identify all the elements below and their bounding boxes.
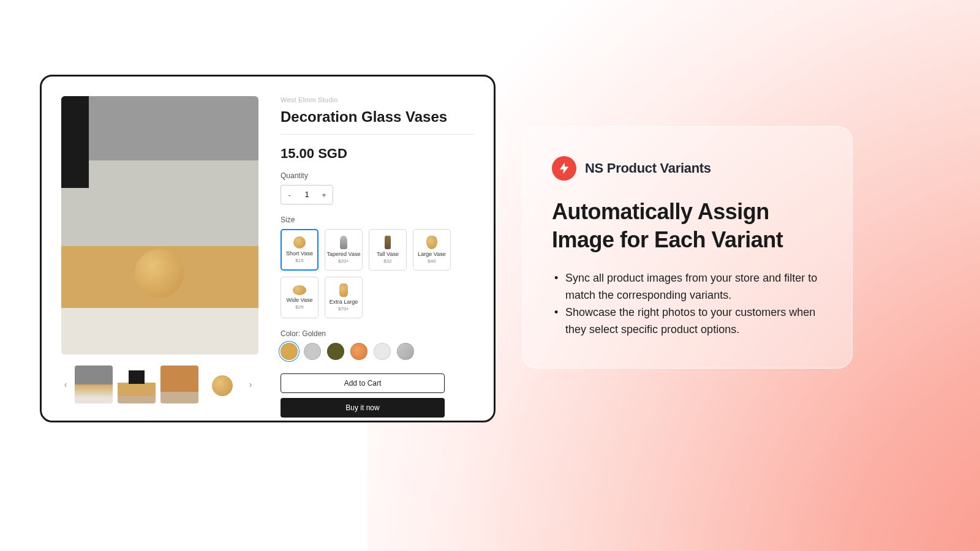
feature-bullet: Sync all product images from your store … [552,270,823,304]
color-swatch-silver[interactable] [304,343,321,360]
color-swatch-olive[interactable] [327,343,344,360]
vase-icon [293,236,306,249]
size-option-large-vase[interactable]: Large Vase $40 [413,229,451,271]
thumbnail-1[interactable] [75,365,113,403]
chevron-left-icon[interactable]: ‹ [61,380,70,389]
thumbnail-4[interactable] [203,365,241,403]
size-name: Short Vase [286,251,313,257]
color-swatch-golden[interactable] [281,343,298,360]
thumbnail-2[interactable] [118,365,156,403]
feature-bullet: Showcase the right photos to your custom… [552,304,823,339]
feature-brand-name: NS Product Variants [585,160,711,176]
color-swatch-steel[interactable] [397,343,414,360]
size-price: $70+ [338,306,349,312]
size-name: Tall Vase [377,252,399,258]
size-name: Wide Vase [287,298,313,304]
ns-logo-icon [552,156,576,181]
vase-icon [385,236,391,249]
size-price: $15 [295,258,303,263]
quantity-increase-button[interactable]: + [315,186,333,204]
divider [281,134,474,135]
feature-bullet-list: Sync all product images from your store … [552,270,823,339]
product-title: Decoration Glass Vases [281,108,474,126]
size-name: Tapered Vase [327,252,361,258]
size-options: Short Vase $15 Tapered Vase $20+ Tall Va… [281,229,474,318]
size-price: $40 [428,258,435,264]
size-option-short-vase[interactable]: Short Vase $15 [281,229,318,271]
size-name: Large Vase [418,252,445,258]
buy-it-now-button[interactable]: Buy it now [281,398,445,418]
product-page-mockup: ‹ › West Elmm Studio Decoration Glass Va… [40,75,496,422]
size-option-extra-large[interactable]: Extra Large $70+ [325,277,363,318]
thumbnail-carousel: ‹ › [61,365,258,403]
size-option-tall-vase[interactable]: Tall Vase $32 [369,229,407,271]
size-price: $20+ [338,258,349,264]
vase-icon [426,236,437,249]
feature-header: NS Product Variants [552,156,823,181]
color-swatches [281,343,474,360]
feature-title: Automatically Assign Image for Each Vari… [552,198,823,254]
product-price: 15.00 SGD [281,146,474,162]
quantity-label: Quantity [281,171,474,180]
color-swatch-white[interactable] [374,343,391,360]
product-gallery: ‹ › [61,96,258,401]
vase-icon [339,283,348,297]
color-label: Color: Golden [281,329,474,338]
size-price: $29 [295,304,303,310]
quantity-stepper: - 1 + [281,185,333,204]
size-label: Size [281,216,474,224]
product-main-image[interactable] [61,96,258,354]
size-name: Extra Large [330,299,358,305]
size-option-wide-vase[interactable]: Wide Vase $29 [281,277,318,318]
add-to-cart-button[interactable]: Add to Cart [281,373,445,393]
chevron-right-icon[interactable]: › [246,380,255,389]
feature-callout-card: NS Product Variants Automatically Assign… [522,126,853,369]
size-option-tapered-vase[interactable]: Tapered Vase $20+ [325,229,363,271]
product-brand: West Elmm Studio [281,96,474,103]
vase-icon [340,236,347,249]
size-price: $32 [383,258,391,264]
vase-icon [293,285,306,295]
quantity-decrease-button[interactable]: - [281,186,298,204]
product-details: West Elmm Studio Decoration Glass Vases … [281,96,474,401]
thumbnail-3[interactable] [160,365,198,403]
quantity-value: 1 [298,186,315,204]
color-swatch-copper[interactable] [350,343,368,360]
